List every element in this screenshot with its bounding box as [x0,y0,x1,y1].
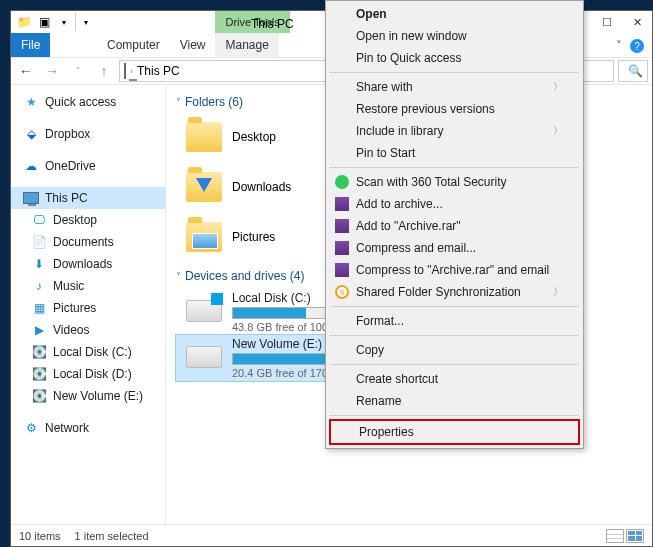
archive-icon [334,218,350,234]
tab-file[interactable]: File [11,33,50,57]
properties-qat-icon[interactable]: ▣ [35,13,53,31]
ctx-open[interactable]: Open [328,3,581,25]
sidebar-item-documents[interactable]: 📄Documents [11,231,165,253]
forward-button[interactable]: → [41,60,63,82]
dropbox-icon: ⬙ [23,126,39,142]
highlight-box: Properties [329,419,580,445]
navigation-pane: ★Quick access ⬙Dropbox ☁OneDrive This PC… [11,85,166,524]
drive-icon [186,291,222,327]
sidebar-item-videos[interactable]: ▶Videos [11,319,165,341]
sidebar-this-pc[interactable]: This PC [11,187,165,209]
folder-label: Pictures [232,230,275,244]
separator [330,415,579,416]
chevron-right-icon: 〉 [553,124,563,138]
sidebar-item-downloads[interactable]: ⬇Downloads [11,253,165,275]
folder-label: Downloads [232,180,291,194]
folder-icon [186,219,222,255]
ctx-pin-start[interactable]: Pin to Start [328,142,581,164]
archive-icon [334,262,350,278]
ctx-shared-folder-sync[interactable]: sShared Folder Synchronization〉 [328,281,581,303]
selection-count: 1 item selected [75,530,149,542]
ribbon-tabs: File Home [11,33,97,57]
folder-icon [186,169,222,205]
separator [330,72,579,73]
sidebar-network[interactable]: ⚙Network [11,417,165,439]
ctx-scan-360[interactable]: Scan with 360 Total Security [328,171,581,193]
ctx-compress-rar-email[interactable]: Compress to "Archive.rar" and email [328,259,581,281]
star-icon: ★ [23,94,39,110]
ctx-share-with[interactable]: Share with〉 [328,76,581,98]
separator [330,335,579,336]
ribbon-collapse-icon[interactable]: ˅ [616,39,622,52]
folder-label: Desktop [232,130,276,144]
chevron-right-icon: 〉 [553,80,563,94]
search-input[interactable]: 🔍 [618,60,648,82]
folder-icon [186,119,222,155]
sidebar-item-pictures[interactable]: ▦Pictures [11,297,165,319]
sidebar-quick-access[interactable]: ★Quick access [11,91,165,113]
drive-icon: 💽 [31,388,47,404]
drive-icon: 💽 [31,366,47,382]
chevron-down-icon: ˅ [176,97,181,108]
breadcrumb[interactable]: This PC [137,64,180,78]
tab-view[interactable]: View [170,33,216,57]
qat-overflow-icon[interactable]: ▾ [75,13,93,31]
help-icon[interactable]: ? [630,39,644,53]
up-button[interactable]: ↑ [93,60,115,82]
ctx-copy[interactable]: Copy [328,339,581,361]
view-icons-button[interactable] [626,529,644,543]
onedrive-icon: ☁ [23,158,39,174]
ctx-open-new-window[interactable]: Open in new window [328,25,581,47]
drive-icon [186,337,222,373]
chevron-right-icon: 〉 [553,285,563,299]
ctx-create-shortcut[interactable]: Create shortcut [328,368,581,390]
ctx-rename[interactable]: Rename [328,390,581,412]
sidebar-item-local-disk-d[interactable]: 💽Local Disk (D:) [11,363,165,385]
ctx-restore-previous[interactable]: Restore previous versions [328,98,581,120]
sidebar-item-music[interactable]: ♪Music [11,275,165,297]
drive-icon: 💽 [31,344,47,360]
quick-access-toolbar: 📁 ▣ ▾ ▾ [11,11,97,33]
separator [330,167,579,168]
pc-icon [124,64,126,78]
tab-manage[interactable]: Manage [215,33,278,57]
recent-locations-icon[interactable]: ˅ [67,60,89,82]
folder-icon: 📁 [15,13,33,31]
shield-icon [334,174,350,190]
sidebar-item-local-disk-c[interactable]: 💽Local Disk (C:) [11,341,165,363]
window-title: This PC [251,17,294,31]
ctx-include-library[interactable]: Include in library〉 [328,120,581,142]
ctx-add-archive[interactable]: Add to archive... [328,193,581,215]
videos-icon: ▶ [31,322,47,338]
maximize-button[interactable]: ☐ [592,11,622,33]
sidebar-item-desktop[interactable]: 🖵Desktop [11,209,165,231]
close-button[interactable]: ✕ [622,11,652,33]
context-menu: Open Open in new window Pin to Quick acc… [325,0,584,449]
separator [330,306,579,307]
sync-icon: s [334,284,350,300]
item-count: 10 items [19,530,61,542]
sidebar-onedrive[interactable]: ☁OneDrive [11,155,165,177]
ctx-add-rar[interactable]: Add to "Archive.rar" [328,215,581,237]
chevron-down-icon: ˅ [176,271,181,282]
music-icon: ♪ [31,278,47,294]
status-bar: 10 items 1 item selected [11,524,652,546]
downloads-icon: ⬇ [31,256,47,272]
sidebar-item-new-volume-e[interactable]: 💽New Volume (E:) [11,385,165,407]
ctx-properties[interactable]: Properties [331,421,578,443]
tab-computer[interactable]: Computer [97,33,170,57]
pictures-icon: ▦ [31,300,47,316]
desktop-icon: 🖵 [31,212,47,228]
ctx-compress-email[interactable]: Compress and email... [328,237,581,259]
documents-icon: 📄 [31,234,47,250]
pc-icon [23,190,39,206]
view-details-button[interactable] [606,529,624,543]
sidebar-dropbox[interactable]: ⬙Dropbox [11,123,165,145]
chevron-right-icon[interactable]: › [130,66,133,76]
back-button[interactable]: ← [15,60,37,82]
archive-icon [334,196,350,212]
archive-icon [334,240,350,256]
qat-dropdown-icon[interactable]: ▾ [55,13,73,31]
ctx-pin-quick-access[interactable]: Pin to Quick access [328,47,581,69]
ctx-format[interactable]: Format... [328,310,581,332]
